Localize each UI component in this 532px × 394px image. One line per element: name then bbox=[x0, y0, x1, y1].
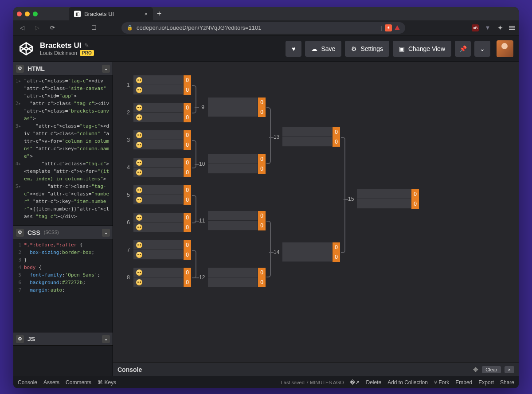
new-tab-button[interactable]: + bbox=[153, 8, 165, 20]
team-row[interactable]: 0 bbox=[133, 140, 191, 150]
team-row[interactable]: 0 bbox=[133, 268, 191, 277]
chevron-down-icon[interactable]: ⌄ bbox=[102, 65, 110, 73]
pin-button[interactable]: 📌 bbox=[455, 41, 471, 57]
bookmark-icon[interactable]: ☐ bbox=[89, 23, 99, 33]
change-view-button[interactable]: ▣Change View bbox=[393, 41, 451, 57]
team-row[interactable]: 0 bbox=[208, 211, 266, 221]
footer-item[interactable]: ⌘ Keys bbox=[98, 379, 116, 386]
team-row[interactable]: 0 bbox=[282, 252, 340, 262]
team-row[interactable]: 0 bbox=[208, 164, 266, 174]
view-dropdown[interactable]: ⌄ bbox=[474, 41, 490, 57]
warning-icon[interactable] bbox=[395, 25, 400, 30]
bracket-match[interactable]: 15 00 bbox=[348, 189, 419, 209]
brave-shield-icon[interactable]: ✶ bbox=[385, 24, 392, 31]
chevron-down-icon[interactable]: ⌄ bbox=[102, 335, 110, 343]
footer-item[interactable]: Console bbox=[18, 379, 37, 386]
bracket-match[interactable]: 14 00 bbox=[274, 242, 340, 262]
vue-devtools-icon[interactable]: ▼ bbox=[484, 24, 491, 31]
team-row[interactable]: 0 bbox=[208, 154, 266, 164]
bracket-match[interactable]: 7 00 bbox=[125, 240, 191, 260]
maximize-icon[interactable] bbox=[33, 12, 38, 16]
footer-item[interactable]: Embed bbox=[455, 379, 472, 386]
edit-title-icon[interactable]: ✎ bbox=[84, 42, 89, 49]
team-row[interactable]: 0 bbox=[133, 213, 191, 222]
match-number: 5 bbox=[125, 192, 130, 198]
close-tab-icon[interactable]: × bbox=[144, 11, 148, 17]
team-row[interactable]: 0 bbox=[133, 240, 191, 250]
team-row[interactable]: 0 bbox=[208, 107, 266, 117]
team-row[interactable]: 0 bbox=[357, 199, 419, 209]
minimize-icon[interactable] bbox=[25, 12, 30, 16]
css-settings-icon[interactable]: ⚙ bbox=[16, 229, 24, 237]
codepen-header: Brackets UI ✎ Louis Dickinson PRO ♥ ☁Sav… bbox=[13, 35, 519, 62]
avatar[interactable] bbox=[497, 40, 513, 57]
pen-author[interactable]: Louis Dickinson bbox=[40, 50, 77, 56]
html-editor[interactable]: 1▸"attr-c">class="tag-c"><div "attr-c">c… bbox=[13, 75, 113, 226]
footer-item[interactable]: Add to Collection bbox=[387, 379, 428, 386]
extensions-icon[interactable]: ✦ bbox=[497, 24, 504, 31]
footer-item[interactable]: Share bbox=[500, 379, 514, 386]
chevron-down-icon[interactable]: ⌄ bbox=[102, 229, 110, 237]
team-row[interactable]: 0 bbox=[133, 85, 191, 95]
bracket-match[interactable]: 1 00 bbox=[125, 75, 191, 95]
team-row[interactable]: 0 bbox=[133, 103, 191, 113]
js-panel-header[interactable]: ⚙ JS ⌄ bbox=[13, 332, 113, 346]
bracket-match[interactable]: 11 00 bbox=[199, 211, 266, 230]
footer-item[interactable]: Comments bbox=[66, 379, 91, 386]
team-row[interactable]: 0 bbox=[133, 113, 191, 122]
bracket-match[interactable]: 5 00 bbox=[125, 185, 191, 205]
bracket-match[interactable]: 4 00 bbox=[125, 158, 191, 177]
team-row[interactable]: 0 bbox=[357, 189, 419, 199]
editor-column[interactable]: ⚙ HTML ⌄ 1▸"attr-c">class="tag-c"><div "… bbox=[13, 62, 113, 376]
drag-handle-icon[interactable]: ✥ bbox=[473, 366, 478, 373]
bracket-match[interactable]: 13 00 bbox=[274, 127, 340, 147]
css-panel-header[interactable]: ⚙ CSS (SCSS) ⌄ bbox=[13, 226, 113, 239]
bracket-match[interactable]: 9 00 bbox=[199, 98, 266, 117]
team-row[interactable]: 0 bbox=[208, 221, 266, 230]
bracket-match[interactable]: 8 00 bbox=[125, 268, 191, 287]
open-external-icon[interactable]: �↗ bbox=[350, 379, 360, 386]
team-row[interactable]: 0 bbox=[208, 98, 266, 107]
settings-button[interactable]: ⚙Settings bbox=[345, 41, 389, 57]
css-editor[interactable]: 1*,*:before,*:after {2 box-sizing:border… bbox=[13, 239, 113, 332]
team-row[interactable]: 0 bbox=[208, 268, 266, 277]
forward-button[interactable]: ▷ bbox=[32, 23, 43, 33]
footer-item[interactable]: Delete bbox=[366, 379, 381, 386]
address-bar[interactable]: 🔒 codepen.io/LoueeD/pen/YzNVqJG?editors=… bbox=[121, 22, 405, 34]
close-console-button[interactable]: × bbox=[505, 366, 514, 373]
back-button[interactable]: ◁ bbox=[17, 23, 27, 33]
team-row[interactable]: 0 bbox=[133, 158, 191, 168]
ublock-icon[interactable]: uB bbox=[472, 24, 479, 31]
html-panel-header[interactable]: ⚙ HTML ⌄ bbox=[13, 62, 113, 75]
bracket-match[interactable]: 10 00 bbox=[199, 154, 266, 174]
team-row[interactable]: 0 bbox=[282, 137, 340, 147]
team-row[interactable]: 0 bbox=[133, 185, 191, 195]
html-settings-icon[interactable]: ⚙ bbox=[16, 65, 24, 73]
bracket-match[interactable]: 12 00 bbox=[199, 268, 266, 287]
team-row[interactable]: 0 bbox=[133, 168, 191, 177]
close-icon[interactable] bbox=[17, 12, 22, 16]
team-row[interactable]: 0 bbox=[133, 130, 191, 140]
team-row[interactable]: 0 bbox=[133, 250, 191, 260]
js-settings-icon[interactable]: ⚙ bbox=[16, 335, 24, 343]
team-row[interactable]: 0 bbox=[133, 195, 191, 205]
clear-console-button[interactable]: Clear bbox=[482, 366, 501, 373]
bracket-match[interactable]: 2 00 bbox=[125, 103, 191, 122]
team-row[interactable]: 0 bbox=[282, 127, 340, 137]
reload-button[interactable]: ⟳ bbox=[47, 23, 58, 33]
bracket-match[interactable]: 6 00 bbox=[125, 213, 191, 232]
footer-item[interactable]: Assets bbox=[43, 379, 59, 386]
footer-item[interactable]: Export bbox=[478, 379, 494, 386]
love-button[interactable]: ♥ bbox=[286, 41, 301, 57]
team-row[interactable]: 0 bbox=[133, 75, 191, 85]
team-row[interactable]: 0 bbox=[133, 277, 191, 287]
browser-tab[interactable]: ◧ Brackets UI × bbox=[69, 7, 153, 20]
menu-icon[interactable] bbox=[509, 26, 515, 30]
console-bar[interactable]: Console ✥ Clear × bbox=[113, 363, 519, 376]
bracket-match[interactable]: 3 00 bbox=[125, 130, 191, 150]
footer-item[interactable]: ⑂ Fork bbox=[434, 379, 449, 386]
team-row[interactable]: 0 bbox=[282, 242, 340, 252]
team-row[interactable]: 0 bbox=[208, 277, 266, 287]
team-row[interactable]: 0 bbox=[133, 222, 191, 232]
save-button[interactable]: ☁Save bbox=[305, 41, 341, 57]
